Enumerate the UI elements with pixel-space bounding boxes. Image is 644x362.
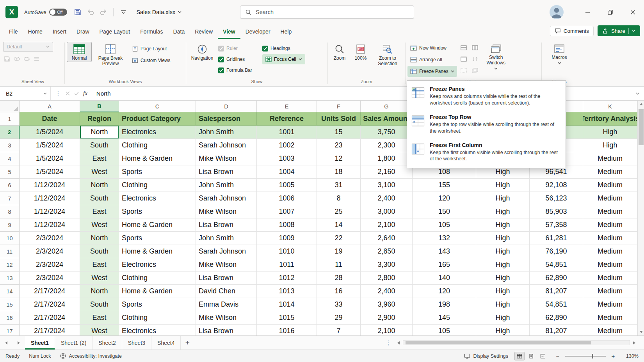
menu-item-freeze-top-row[interactable]: Freeze Top Row Keep the top row visible …	[407, 110, 566, 138]
ribbon-tab-file[interactable]: File	[4, 24, 23, 39]
column-header-D[interactable]: D	[196, 101, 257, 112]
status-ready[interactable]: Ready	[5, 353, 20, 359]
row-header-2[interactable]: 2	[0, 126, 20, 139]
cell-F10[interactable]: 22	[317, 232, 361, 245]
cell-C15[interactable]: Sports	[119, 298, 196, 311]
row-header-13[interactable]: 13	[0, 272, 20, 285]
cell-H13[interactable]: 140	[413, 272, 476, 285]
sheet-tab-sheet2[interactable]: Sheet2	[93, 336, 122, 350]
cell-F4[interactable]: 12	[317, 152, 361, 165]
hide-window-button[interactable]	[459, 54, 468, 64]
row-header-16[interactable]: 16	[0, 311, 20, 325]
cell-H15[interactable]: 198	[413, 298, 476, 311]
cell-A12[interactable]: 2/3/2024	[20, 258, 80, 272]
column-header-F[interactable]: F	[317, 101, 361, 112]
row-header-10[interactable]: 10	[0, 232, 20, 245]
macros-button[interactable]: Macros	[547, 42, 572, 65]
cell-B8[interactable]: East	[80, 205, 119, 218]
zoom-in-button[interactable]: +	[610, 353, 617, 360]
cell-G1[interactable]: Sales Amount	[361, 112, 413, 126]
synchronous-scrolling-button[interactable]	[470, 54, 480, 64]
insert-function-icon[interactable]: fx	[83, 90, 87, 97]
cell-F17[interactable]: 7	[317, 325, 361, 335]
cell-H7[interactable]: 120	[413, 192, 476, 205]
cell-B2[interactable]: North	[80, 126, 119, 139]
cell-K6[interactable]: Medium	[583, 179, 637, 192]
cell-E6[interactable]: 1005	[257, 179, 317, 192]
undo-button[interactable]	[85, 6, 96, 18]
cell-C17[interactable]: Electronics	[119, 325, 196, 335]
cell-H9[interactable]: 105	[413, 218, 476, 232]
cell-D1[interactable]: Salesperson	[196, 112, 257, 126]
navigation-button[interactable]: Navigation	[188, 42, 216, 62]
horizontal-scrollbar-thumb[interactable]	[406, 341, 591, 344]
cell-K11[interactable]: Medium	[583, 245, 637, 258]
menu-item-freeze-first-column[interactable]: Freeze First Column Keep the first colum…	[407, 138, 566, 167]
cell-A1[interactable]: Date	[20, 112, 80, 126]
row-header-1[interactable]: 1	[0, 112, 20, 126]
formula-bar-checkbox[interactable]: Formula Bar	[218, 65, 260, 75]
cell-G9[interactable]: 2,100	[361, 218, 413, 232]
cell-G11[interactable]: 2,850	[361, 245, 413, 258]
zoom-out-button[interactable]: −	[554, 353, 561, 360]
column-header-C[interactable]: C	[119, 101, 196, 112]
cell-F7[interactable]: 8	[317, 192, 361, 205]
ribbon-tab-insert[interactable]: Insert	[48, 24, 71, 39]
cell-E4[interactable]: 1003	[257, 152, 317, 165]
column-header-A[interactable]: A	[20, 101, 80, 112]
cell-A4[interactable]: 1/5/2024	[20, 152, 80, 165]
custom-views-button[interactable]: Custom Views	[129, 55, 173, 66]
cell-G14[interactable]: 2,400	[361, 285, 413, 298]
scroll-down-button[interactable]	[638, 328, 644, 335]
cell-K8[interactable]: Medium	[583, 205, 637, 218]
arrange-all-button[interactable]: Arrange All	[407, 54, 457, 65]
cell-K2[interactable]: High	[583, 126, 637, 139]
page-layout-view-shortcut[interactable]	[526, 352, 536, 360]
cell-K9[interactable]: Medium	[583, 218, 637, 232]
cell-J8[interactable]: 85,903	[530, 205, 583, 218]
cell-J6[interactable]: 92,108	[530, 179, 583, 192]
file-name[interactable]: Sales Data.xlsx	[136, 9, 181, 15]
cell-C5[interactable]: Sports	[119, 165, 196, 179]
cell-G8[interactable]: 3,000	[361, 205, 413, 218]
cell-H12[interactable]: 165	[413, 258, 476, 272]
cell-K5[interactable]: Medium	[583, 165, 637, 179]
cell-D14[interactable]: David Chen	[196, 285, 257, 298]
cell-B15[interactable]: South	[80, 298, 119, 311]
cell-F3[interactable]: 23	[317, 139, 361, 152]
cell-B4[interactable]: East	[80, 152, 119, 165]
cell-G7[interactable]: 2,400	[361, 192, 413, 205]
cell-J12[interactable]: 54,851	[530, 258, 583, 272]
cell-K13[interactable]: Medium	[583, 272, 637, 285]
row-header-15[interactable]: 15	[0, 298, 20, 311]
cell-C6[interactable]: Clothing	[119, 179, 196, 192]
cell-K1[interactable]: Territory Analysis	[583, 112, 637, 126]
sheet-options-icon[interactable]: ⋮	[382, 336, 394, 350]
menu-item-freeze-panes[interactable]: Freeze Panes Keep rows and columns visib…	[407, 82, 566, 110]
cell-B14[interactable]: North	[80, 285, 119, 298]
row-header-17[interactable]: 17	[0, 325, 20, 335]
cell-K7[interactable]: Medium	[583, 192, 637, 205]
cell-D16[interactable]: Mike Wilson	[196, 311, 257, 325]
unhide-window-button[interactable]	[459, 66, 468, 75]
cell-D9[interactable]: Lisa Brown	[196, 218, 257, 232]
name-box[interactable]: B2	[0, 87, 51, 100]
cell-A3[interactable]: 1/5/2024	[20, 139, 80, 152]
cell-J15[interactable]: 54,851	[530, 298, 583, 311]
cell-I9[interactable]: High	[476, 218, 530, 232]
row-header-7[interactable]: 7	[0, 192, 20, 205]
vertical-scrollbar-thumb[interactable]	[639, 109, 644, 145]
cell-J10[interactable]: 61,281	[530, 232, 583, 245]
horizontal-scrollbar-track[interactable]	[403, 340, 630, 345]
cell-E5[interactable]: 1004	[257, 165, 317, 179]
cell-H8[interactable]: 150	[413, 205, 476, 218]
cell-B11[interactable]: South	[80, 245, 119, 258]
select-all-corner[interactable]	[0, 101, 20, 112]
cell-I16[interactable]: High	[476, 311, 530, 325]
scroll-up-button[interactable]	[638, 101, 644, 108]
cell-F13[interactable]: 28	[317, 272, 361, 285]
cell-D5[interactable]: Lisa Brown	[196, 165, 257, 179]
cell-E14[interactable]: 1013	[257, 285, 317, 298]
cell-J16[interactable]: 62,890	[530, 311, 583, 325]
cell-E10[interactable]: 1009	[257, 232, 317, 245]
